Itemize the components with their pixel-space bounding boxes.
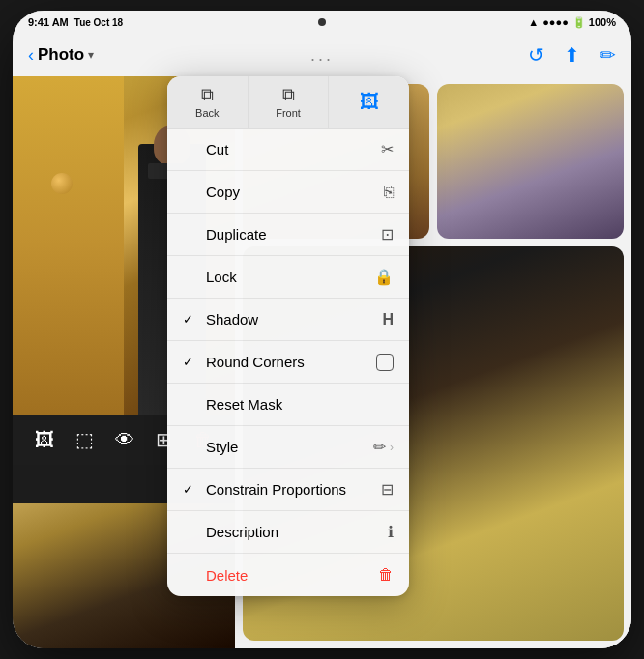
cut-right: ✂ [381,140,394,158]
menu-item-shadow[interactable]: ✓ Shadow H [167,299,409,341]
menu-item-description[interactable]: Description ℹ [167,511,409,554]
menu-item-shadow-left: ✓ Shadow [183,311,258,328]
duplicate-right: ⊡ [381,225,394,244]
shadow-check: ✓ [183,312,198,327]
description-right: ℹ [388,523,394,541]
description-icon: ℹ [388,523,394,541]
menu-item-constrain-left: ✓ Constrain Proportions [183,481,346,498]
menu-item-cut[interactable]: Cut ✂ [167,129,409,171]
back-button[interactable]: ‹ Photo ▾ [28,45,94,66]
description-label: Description [206,524,278,540]
duplicate-icon: ⊡ [381,225,394,244]
status-icons: ▲ ●●●● 🔋 100% [528,16,616,29]
menu-item-duplicate-left: Duplicate [183,226,267,243]
shadow-right: H [382,311,394,329]
menu-item-cut-left: Cut [183,141,228,158]
battery-icon: 🔋 100% [572,16,616,29]
front-tab-label: Front [276,107,301,119]
menu-tabs: ⧉ Back ⧉ Front 🖼 [167,76,409,129]
title-caret-icon: ▾ [88,48,94,62]
menu-item-style-left: Style [183,439,238,455]
menu-item-style[interactable]: Style ✏ › [167,426,409,469]
menu-item-description-left: Description [183,524,278,540]
top-bar: ‹ Photo ▾ ... ↺ ⬆ ✏ [13,34,631,76]
menu-item-round-corners[interactable]: ✓ Round Corners [167,341,409,384]
back-chevron-icon: ‹ [28,45,34,66]
style-icon: ✏ [373,438,386,456]
style-label: Style [206,439,238,455]
reset-mask-label: Reset Mask [206,396,282,413]
edit-icon[interactable]: ✏ [600,43,616,67]
menu-item-lock[interactable]: Lock 🔒 [167,256,409,299]
round-corners-right [376,354,394,371]
status-time: 9:41 AM [28,16,69,28]
tab-front[interactable]: ⧉ Front [249,76,330,128]
image-tab-icon: 🖼 [360,91,379,113]
shadow-label: Shadow [206,311,258,328]
delete-right: 🗑 [378,566,394,584]
context-menu-overlay: ⧉ Back ⧉ Front 🖼 Cut [13,76,631,648]
delete-icon: 🗑 [378,566,394,584]
menu-item-reset-mask[interactable]: Reset Mask [167,384,409,426]
lock-label: Lock [206,269,237,285]
constrain-right: ⊟ [381,480,394,499]
wifi-icon: ▲ [528,16,539,28]
share-icon[interactable]: ⬆ [564,43,580,67]
history-icon[interactable]: ↺ [528,43,544,67]
menu-item-duplicate[interactable]: Duplicate ⊡ [167,214,409,256]
round-corners-label: Round Corners [206,354,305,370]
copy-label: Copy [206,184,240,200]
lock-right: 🔒 [374,268,394,286]
duplicate-label: Duplicate [206,226,267,243]
status-date: Tue Oct 18 [74,17,123,28]
camera [318,18,326,26]
copy-icon: ⎘ [384,183,394,202]
constrain-check: ✓ [183,482,198,497]
page-title: Photo [38,45,84,65]
cut-icon: ✂ [381,140,394,158]
menu-item-constrain[interactable]: ✓ Constrain Proportions ⊟ [167,469,409,511]
delete-label: Delete [206,567,248,584]
shadow-icon: H [382,311,394,329]
menu-item-delete-left: Delete [183,567,248,584]
context-menu: ⧉ Back ⧉ Front 🖼 Cut [167,76,409,596]
menu-item-round-corners-left: ✓ Round Corners [183,354,305,370]
menu-item-delete[interactable]: Delete 🗑 [167,554,409,596]
menu-item-copy[interactable]: Copy ⎘ [167,171,409,214]
constrain-label: Constrain Proportions [206,481,346,498]
cut-label: Cut [206,141,228,158]
top-right-toolbar: ↺ ⬆ ✏ [528,43,616,67]
front-tab-icon: ⧉ [282,85,295,105]
round-corners-icon [376,354,394,371]
round-corners-check: ✓ [183,355,198,369]
style-right: ✏ › [373,438,394,456]
menu-item-reset-mask-left: Reset Mask [183,396,282,413]
copy-right: ⎘ [384,183,394,202]
back-tab-label: Back [195,107,219,119]
dots-indicator: ... [310,45,334,65]
menu-items-list: Cut ✂ Copy ⎘ [167,129,409,596]
lock-icon: 🔒 [374,268,394,286]
menu-item-lock-left: Lock [183,269,237,285]
back-tab-icon: ⧉ [201,85,214,105]
signal-icon: ●●●● [542,16,569,28]
menu-item-copy-left: Copy [183,184,240,200]
constrain-icon: ⊟ [381,480,394,499]
tab-back[interactable]: ⧉ Back [167,76,249,128]
ipad-frame: 9:41 AM Tue Oct 18 ▲ ●●●● 🔋 100% ‹ Photo… [13,11,631,648]
tab-image[interactable]: 🖼 [329,76,409,128]
style-chevron-icon: › [390,441,394,454]
